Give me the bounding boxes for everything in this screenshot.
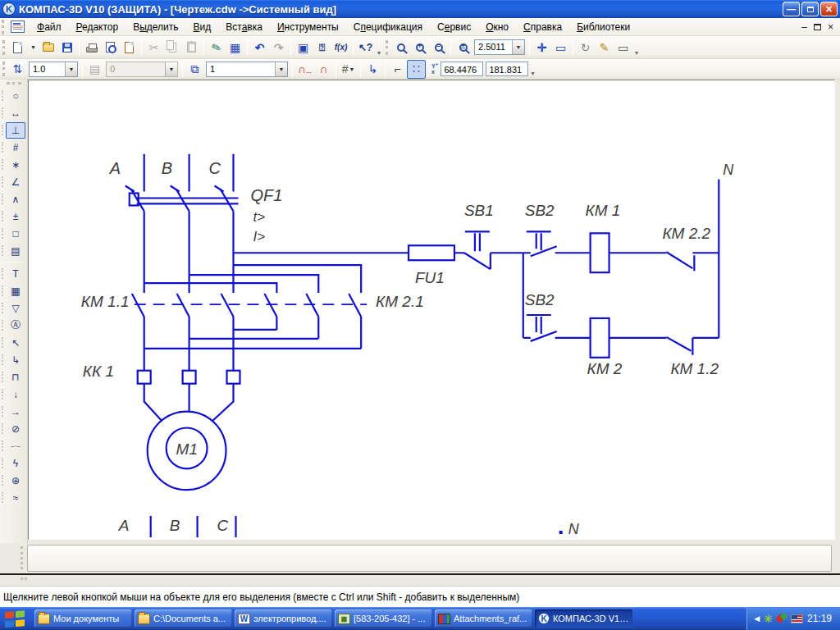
start-button[interactable] (5, 609, 26, 627)
center-marker-button[interactable]: ⊕ (6, 472, 25, 489)
current-step-button[interactable]: ⇅ (8, 60, 27, 79)
new-document-dropdown[interactable]: ▼ (27, 38, 39, 57)
menu-item-2[interactable]: Выделить (126, 19, 185, 35)
round-points-button[interactable]: ∷ (407, 60, 426, 79)
local-cs-button[interactable]: ↳ (363, 60, 382, 79)
status-grip[interactable] (21, 578, 27, 581)
copy-button[interactable] (163, 38, 182, 57)
surface-finish-button[interactable]: Ⓐ (6, 317, 25, 334)
datum-button[interactable]: ▽ (6, 300, 25, 317)
mdi-restore-button[interactable] (814, 24, 821, 30)
menubar-grip[interactable] (2, 20, 4, 34)
zoom-scale-combo[interactable]: 2.5011 ▼ (474, 39, 525, 55)
taskbar-button-1[interactable]: C:\Documents a... (135, 609, 232, 628)
table-button[interactable]: ▦ (6, 283, 25, 299)
zoom-toolbar-overflow[interactable]: ▾ (635, 49, 638, 58)
minimize-button[interactable]: — (783, 2, 800, 16)
text-button[interactable]: T (6, 266, 25, 282)
document-window-icon[interactable] (11, 21, 25, 33)
associative-views-button[interactable]: □ (6, 226, 25, 242)
menu-item-0[interactable]: Файл (30, 19, 69, 35)
state-toolbar-grip[interactable] (2, 62, 5, 76)
fit-all-button[interactable]: ▭ (551, 38, 570, 57)
mdi-close-button[interactable]: × (828, 22, 833, 32)
specification-button[interactable]: ▤ (6, 243, 25, 259)
compass-button[interactable]: ∧ (6, 191, 25, 208)
refresh-view-button[interactable]: ↻ (576, 38, 595, 57)
zoom-in-button[interactable]: + (410, 38, 429, 57)
window-manager-button[interactable]: ▣ (294, 38, 313, 57)
print-preview-button[interactable] (101, 38, 120, 57)
close-button[interactable]: ✕ (820, 2, 838, 16)
welding-button[interactable]: ⊘ (6, 421, 25, 437)
restore-button[interactable] (801, 2, 819, 16)
taskbar-button-3[interactable]: ▦[583-205-432] - ... (335, 609, 432, 628)
fx-button[interactable]: f(x) (331, 38, 350, 57)
layer-combo[interactable]: 1 ▼ (206, 62, 288, 77)
properties-panel-button[interactable]: ▭ (614, 38, 632, 57)
text-right-button[interactable]: → (6, 404, 25, 420)
paste-button[interactable] (182, 38, 201, 57)
snap-setup-button[interactable]: ∩… (295, 60, 314, 79)
wavy-line-button[interactable]: ≈ (6, 490, 25, 506)
menu-item-1[interactable]: Редактор (69, 19, 126, 35)
designations-button[interactable]: ⊥ (6, 122, 25, 139)
layer-group-dropdown[interactable]: ▼ (165, 62, 177, 76)
zoom-select-button[interactable] (391, 38, 410, 57)
drawing-canvas[interactable]: ABCQF1t>I>SB1SB2КМ 1КМ 2.2FU1КМ 1.1КМ 2.… (28, 80, 835, 540)
coordinate-y-field[interactable]: 181.831 (486, 62, 528, 76)
open-document-button[interactable] (39, 38, 57, 57)
menu-item-6[interactable]: Спецификация (346, 19, 430, 35)
toolbar-grip[interactable] (2, 40, 5, 55)
undo-button[interactable]: ↶ (250, 38, 269, 57)
selection-button[interactable]: ± (6, 208, 25, 225)
ortho-button[interactable]: ⌐ (388, 60, 407, 79)
geometry-button[interactable]: ○ (6, 88, 25, 104)
menu-item-9[interactable]: Справка (516, 19, 569, 35)
state-toolbar-overflow[interactable]: ▾ (531, 70, 534, 79)
parameterization-button[interactable]: # (6, 139, 25, 156)
redraw-button[interactable]: ✎ (595, 38, 614, 57)
new-document-button[interactable] (8, 38, 27, 57)
insert-fragment-button[interactable] (120, 38, 139, 57)
mdi-minimize-button[interactable]: – (801, 22, 807, 32)
measure-button[interactable]: ∠ (6, 174, 25, 190)
print-button[interactable] (82, 38, 101, 57)
context-help-button[interactable]: ↖? (356, 38, 375, 57)
antivirus-icon[interactable] (777, 614, 787, 623)
zoom-by-scale-button[interactable]: ± (454, 38, 472, 57)
dimensions-button[interactable]: ↔ (6, 105, 25, 121)
zoom-toolbar-grip[interactable] (386, 40, 388, 55)
step-dropdown[interactable]: ▼ (65, 62, 77, 76)
menu-item-8[interactable]: Окно (478, 19, 516, 35)
variables-button[interactable]: ⍰ (313, 38, 331, 57)
taskbar-button-4[interactable]: Attachments_raf... (435, 609, 532, 628)
property-bar-panel[interactable] (27, 545, 832, 572)
language-flag-icon[interactable] (791, 614, 803, 623)
snap-toggle-button[interactable]: ∩ (314, 60, 333, 79)
layer-group-combo[interactable]: 0 ▼ (106, 62, 178, 77)
pan-button[interactable]: ✛ (532, 38, 551, 57)
centerline-button[interactable]: –·– (6, 438, 25, 454)
icq-flower-icon[interactable]: ✳ (764, 613, 773, 625)
leader-button[interactable]: ↖ (6, 335, 25, 351)
editing-button[interactable]: ∗ (6, 157, 25, 173)
menu-item-5[interactable]: Инструменты (270, 19, 346, 35)
layer-group-button[interactable]: ▤ (85, 60, 104, 79)
taskbar-button-5[interactable]: KКОМПАС-3D V10... (535, 609, 632, 628)
copy-properties-button[interactable]: ✎ (207, 38, 226, 57)
menu-item-4[interactable]: Вставка (218, 19, 270, 35)
text-down-button[interactable]: ↓ (6, 386, 25, 403)
menu-item-3[interactable]: Вид (186, 19, 219, 35)
property-bar-grip[interactable] (21, 546, 23, 569)
layer-dropdown[interactable]: ▼ (275, 62, 287, 76)
grid-button[interactable]: #▼ (339, 60, 358, 79)
cut-button[interactable]: ✂ (144, 38, 163, 57)
break-line-button[interactable]: ϟ (6, 455, 25, 472)
object-properties-button[interactable]: ▦ (226, 38, 244, 57)
datum-table-button[interactable]: ⊓ (6, 369, 25, 386)
menu-item-10[interactable]: Библиотеки (569, 19, 637, 35)
step-combo[interactable]: 1.0 ▼ (29, 62, 78, 77)
taskbar-button-0[interactable]: Мои документы (34, 609, 132, 628)
position-leader-button[interactable]: ↳ (6, 352, 25, 368)
